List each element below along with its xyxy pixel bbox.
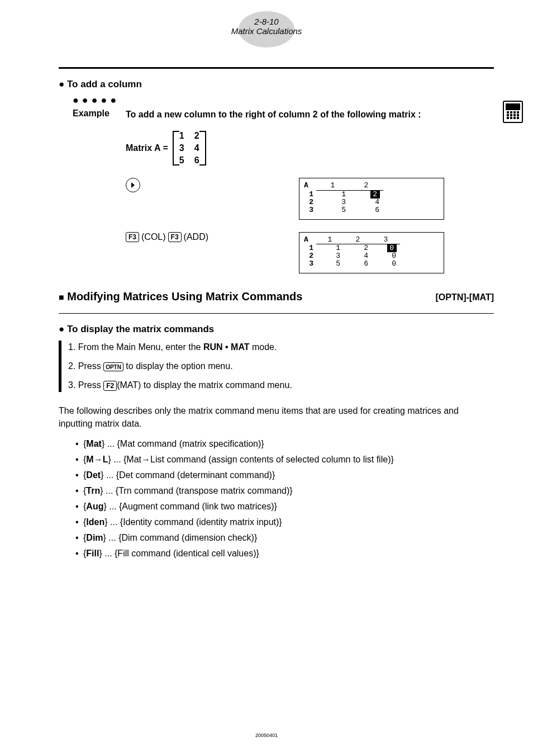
cell: 0 — [372, 252, 400, 260]
row-label: 2 — [304, 199, 316, 206]
list-item: {Aug} ... {Augment command (link two mat… — [75, 502, 494, 512]
cmd-name: Det — [86, 470, 101, 480]
step-text: 3. Press — [68, 380, 103, 390]
calc-screen-2: A 1 2 3 1 1 2 0 2 3 4 0 3 5 6 0 — [299, 232, 444, 273]
description-paragraph: The following describes only the matrix … — [59, 404, 494, 430]
page-title: Matrix Calculations — [0, 26, 533, 36]
modifying-heading-text: Modifying Matrices Using Matrix Commands — [67, 290, 302, 303]
row-label: 1 — [304, 244, 316, 252]
example-text: To add a new column to the right of colu… — [126, 108, 421, 121]
key-text: (COL) — [141, 232, 166, 242]
cell-highlighted: 2 — [350, 191, 383, 199]
footer-number: 20050401 — [0, 733, 533, 738]
display-commands-heading: ● To display the matrix commands — [59, 324, 494, 335]
modifying-heading: ■ Modifying Matrices Using Matrix Comman… — [59, 290, 494, 303]
step-1: 1. From the Main Menu, enter the RUN • M… — [68, 341, 494, 354]
cell: 1 — [316, 191, 350, 199]
calc-screen-1: A 1 2 1 1 2 2 3 4 3 5 6 — [299, 178, 444, 219]
page-ref: 2-8-10 — [0, 17, 533, 26]
matrix-bracket: 1 2 3 4 5 6 — [173, 131, 206, 166]
list-item: {M→L} ... {Mat→List command (assign cont… — [75, 455, 494, 465]
cell: 6 — [350, 206, 383, 214]
add-column-heading: ● To add a column — [59, 79, 494, 90]
cell: 4 — [350, 199, 383, 206]
step-3: 3. Press F2(MAT) to display the matrix c… — [68, 379, 494, 392]
f3-key-icon: F3 — [168, 232, 182, 242]
row-label: 3 — [304, 260, 316, 268]
matrix-cell: 5 — [179, 155, 184, 166]
row-label: 2 — [304, 252, 316, 260]
screen1-label: A — [304, 182, 316, 190]
list-item: {Trn} ... {Trn command (transpose matrix… — [75, 486, 494, 496]
list-item: {Dim} ... {Dim command (dimension check)… — [75, 533, 494, 543]
matrix-cell: 2 — [194, 131, 199, 141]
page-header: 2-8-10 Matrix Calculations — [0, 0, 533, 56]
cell: 5 — [316, 206, 350, 214]
key-text: (ADD) — [184, 232, 208, 242]
add-column-heading-text: To add a column — [67, 79, 142, 89]
list-item: {Fill} ... {Fill command (identical cell… — [75, 549, 494, 559]
divider — [59, 67, 494, 69]
col-header: 1 — [316, 236, 344, 244]
f3-key-icon: F3 — [126, 232, 139, 242]
col-header: 2 — [350, 182, 383, 190]
col-header: 2 — [344, 236, 372, 244]
cell-highlighted: 0 — [372, 244, 400, 252]
step-row-coladd: F3 (COL) F3 (ADD) A 1 2 3 1 1 2 0 2 3 4 … — [126, 232, 494, 273]
cmd-name: M→L — [86, 455, 108, 464]
cmd-desc: ... {Mat command (matrix specification)} — [104, 439, 264, 448]
cell: 3 — [316, 199, 350, 206]
step-text: 1. From the Main Menu, enter the — [68, 342, 203, 352]
cmd-desc: ... {Mat→List command (assign contents o… — [111, 455, 394, 464]
step-2: 2. Press OPTN to display the option menu… — [68, 360, 494, 373]
cell: 5 — [316, 260, 344, 268]
cursor-right-key-icon — [126, 178, 140, 192]
step-row-cursor: A 1 2 1 1 2 2 3 4 3 5 6 — [126, 178, 494, 219]
cmd-name: Fill — [86, 549, 99, 558]
cell: 1 — [316, 244, 344, 252]
cmd-desc: ... {Fill command (identical cell values… — [102, 549, 259, 558]
example-row: Example To add a new column to the right… — [73, 108, 494, 121]
step-text: mode. — [250, 342, 277, 352]
col-header: 1 — [316, 182, 350, 190]
cell: 3 — [316, 252, 344, 260]
matrix-grid: 1 2 3 4 5 6 — [179, 131, 199, 166]
cmd-desc: ... {Det command (determinant command)} — [103, 470, 275, 480]
page-content: ● To add a column ●●●●● Example To add a… — [0, 67, 533, 559]
cell: 4 — [344, 252, 372, 260]
matrix-label: Matrix A = — [126, 143, 168, 153]
cmd-desc: ... {Augment command (link two matrices)… — [107, 502, 277, 511]
list-item: {Det} ... {Det command (determinant comm… — [75, 470, 494, 480]
matrix-cell: 6 — [194, 155, 199, 166]
cmd-desc: ... {Identity command (identity matrix i… — [108, 517, 282, 527]
cmd-name: Dim — [86, 533, 103, 542]
matrix-cell: 1 — [179, 131, 184, 141]
divider — [59, 313, 494, 314]
screen2-label: A — [304, 236, 316, 244]
list-item: {Iden} ... {Identity command (identity m… — [75, 517, 494, 527]
cmd-desc: ... {Trn command (transpose matrix comma… — [103, 486, 293, 495]
matrix-definition: Matrix A = 1 2 3 4 5 6 — [126, 131, 494, 166]
calculator-icon — [503, 101, 523, 123]
step-text: (MAT) to display the matrix command menu… — [117, 380, 292, 390]
cmd-desc: ... {Dim command (dimension check)} — [106, 533, 257, 542]
display-commands-heading-text: To display the matrix commands — [67, 324, 214, 334]
optn-key-icon: OPTN — [103, 362, 123, 371]
command-list: {Mat} ... {Mat command (matrix specifica… — [75, 439, 494, 559]
example-label: Example — [73, 108, 126, 121]
steps-block: 1. From the Main Menu, enter the RUN • M… — [59, 341, 494, 392]
heading-right: [OPTN]-[MAT] — [435, 292, 494, 303]
cmd-name: Aug — [86, 502, 103, 511]
row-label: 3 — [304, 206, 316, 214]
cell: 0 — [372, 260, 400, 268]
cmd-name: Mat — [86, 439, 102, 448]
cell: 6 — [344, 260, 372, 268]
cmd-name: Iden — [86, 517, 104, 527]
step-text: 2. Press — [68, 361, 103, 371]
f2-key-icon: F2 — [103, 381, 117, 391]
row-label: 1 — [304, 191, 316, 199]
list-item: {Mat} ... {Mat command (matrix specifica… — [75, 439, 494, 449]
col-header: 3 — [372, 236, 400, 244]
step-text: to display the option menu. — [123, 361, 233, 371]
cmd-name: Trn — [86, 486, 100, 495]
